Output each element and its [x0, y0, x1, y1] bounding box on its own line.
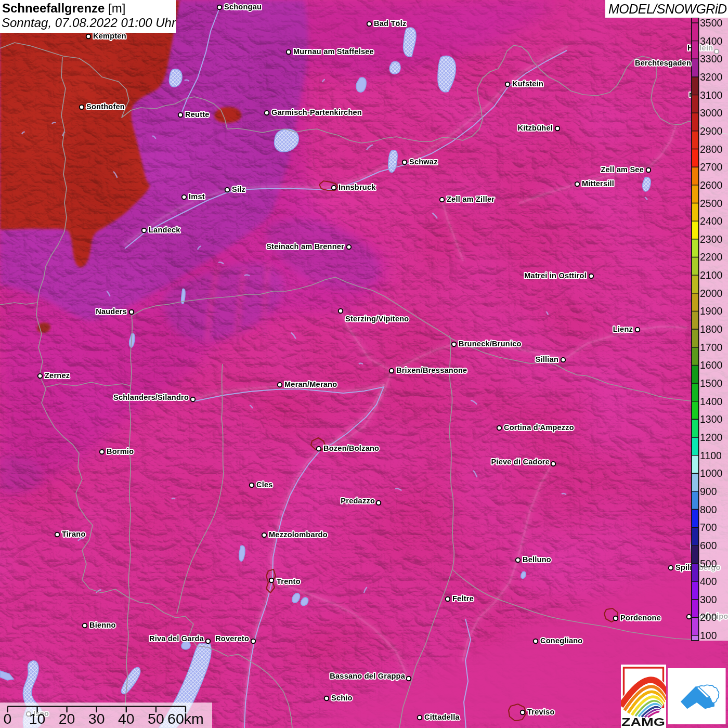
- svg-text:Schwaz: Schwaz: [409, 158, 438, 166]
- svg-text:Sillian: Sillian: [536, 355, 558, 363]
- svg-text:Mezzolombardo: Mezzolombardo: [269, 530, 328, 539]
- svg-text:Zernez: Zernez: [45, 371, 70, 380]
- svg-text:2000: 2000: [700, 288, 723, 299]
- svg-text:Kufstein: Kufstein: [512, 80, 543, 88]
- svg-text:Meran/Merano: Meran/Merano: [284, 380, 337, 388]
- svg-text:Pieve di Cadore: Pieve di Cadore: [491, 458, 550, 466]
- svg-text:3000: 3000: [700, 107, 723, 119]
- svg-text:Silz: Silz: [232, 185, 245, 193]
- svg-text:1200: 1200: [700, 432, 723, 443]
- svg-text:2400: 2400: [700, 215, 723, 227]
- svg-text:Nauders: Nauders: [96, 307, 127, 316]
- svg-text:Kempten: Kempten: [93, 32, 126, 40]
- svg-text:Belluno: Belluno: [523, 555, 551, 564]
- svg-text:900: 900: [700, 486, 717, 497]
- svg-text:1500: 1500: [700, 378, 723, 389]
- svg-text:Tirano: Tirano: [62, 530, 86, 538]
- svg-text:30: 30: [88, 710, 105, 727]
- svg-text:40: 40: [118, 710, 135, 727]
- svg-text:Sonntag, 07.08.2022 01:00 Uhr: Sonntag, 07.08.2022 01:00 Uhr: [2, 16, 176, 30]
- svg-text:2200: 2200: [700, 251, 723, 263]
- svg-text:Pordenone: Pordenone: [620, 614, 661, 622]
- svg-text:3300: 3300: [700, 53, 723, 64]
- svg-text:MODEL/SNOWGRiD: MODEL/SNOWGRiD: [608, 2, 727, 16]
- svg-text:Steinach am Brenner: Steinach am Brenner: [266, 242, 344, 251]
- svg-text:3100: 3100: [700, 89, 723, 101]
- svg-text:2600: 2600: [700, 179, 723, 191]
- svg-text:Brixen/Bressanone: Brixen/Bressanone: [396, 366, 467, 374]
- svg-text:Conegliano: Conegliano: [540, 636, 582, 645]
- svg-text:1300: 1300: [700, 413, 723, 425]
- svg-text:2700: 2700: [700, 161, 723, 173]
- svg-text:Zell am See: Zell am See: [601, 165, 644, 174]
- svg-text:600: 600: [700, 540, 717, 551]
- svg-text:Mittersill: Mittersill: [582, 179, 614, 188]
- svg-text:Predazzo: Predazzo: [341, 497, 375, 505]
- svg-text:Cles: Cles: [256, 480, 273, 489]
- svg-text:Zell am Ziller: Zell am Ziller: [447, 195, 495, 203]
- svg-text:1800: 1800: [700, 323, 723, 335]
- svg-text:Bozen/Bolzano: Bozen/Bolzano: [323, 444, 379, 452]
- svg-text:400: 400: [700, 576, 717, 587]
- svg-text:Bormio: Bormio: [107, 447, 134, 456]
- svg-text:Garmisch-Partenkirchen: Garmisch-Partenkirchen: [271, 108, 362, 116]
- svg-text:Cittadella: Cittadella: [424, 713, 460, 721]
- svg-text:Trento: Trento: [277, 577, 301, 586]
- svg-text:0: 0: [4, 710, 12, 727]
- svg-text:700: 700: [700, 522, 717, 533]
- svg-text:Reutte: Reutte: [185, 110, 210, 119]
- svg-text:ZAMG: ZAMG: [621, 716, 665, 728]
- svg-text:Lienz: Lienz: [613, 325, 633, 333]
- svg-text:50: 50: [148, 710, 164, 727]
- svg-text:3200: 3200: [700, 71, 723, 83]
- svg-text:Riva del Garda: Riva del Garda: [149, 634, 204, 643]
- svg-text:Schio: Schio: [331, 694, 353, 702]
- svg-text:1000: 1000: [700, 467, 723, 479]
- svg-text:Imst: Imst: [189, 192, 205, 201]
- svg-text:1400: 1400: [700, 396, 723, 407]
- svg-text:2500: 2500: [700, 198, 723, 209]
- svg-text:Sterzing/Vipiteno: Sterzing/Vipiteno: [345, 315, 409, 323]
- svg-text:Bienno: Bienno: [89, 621, 116, 629]
- svg-text:Matrei in Osttirol: Matrei in Osttirol: [524, 271, 587, 280]
- svg-text:1900: 1900: [700, 305, 723, 317]
- svg-text:Feltre: Feltre: [452, 594, 474, 603]
- svg-text:Schlanders/Silandro: Schlanders/Silandro: [113, 393, 189, 401]
- svg-text:1700: 1700: [700, 342, 723, 353]
- svg-text:20: 20: [59, 710, 75, 727]
- svg-text:Innsbruck: Innsbruck: [339, 183, 376, 191]
- svg-text:Treviso: Treviso: [527, 708, 555, 716]
- svg-text:800: 800: [700, 504, 717, 515]
- svg-text:60km: 60km: [167, 710, 204, 727]
- svg-text:2900: 2900: [700, 125, 723, 137]
- svg-text:Bad Tölz: Bad Tölz: [374, 19, 406, 28]
- svg-text:1100: 1100: [700, 450, 722, 461]
- svg-text:200: 200: [700, 612, 717, 623]
- svg-text:Sonthofen: Sonthofen: [86, 102, 125, 111]
- svg-text:Berchtesgaden: Berchtesgaden: [635, 59, 691, 67]
- svg-text:Schneefallgrenze [m]: Schneefallgrenze [m]: [2, 1, 125, 15]
- svg-text:Bruneck/Brunico: Bruneck/Brunico: [459, 340, 522, 348]
- svg-text:300: 300: [700, 594, 717, 605]
- svg-text:Rovereto: Rovereto: [215, 634, 249, 643]
- svg-text:Murnau am Staffelsee: Murnau am Staffelsee: [293, 47, 374, 56]
- svg-text:Cortina d'Ampezzo: Cortina d'Ampezzo: [504, 423, 574, 432]
- svg-text:2300: 2300: [700, 233, 723, 245]
- svg-text:2100: 2100: [700, 269, 723, 281]
- svg-text:2800: 2800: [700, 144, 723, 155]
- svg-text:Bassano del Grappa: Bassano del Grappa: [330, 672, 405, 680]
- svg-text:10: 10: [29, 710, 46, 727]
- svg-text:1600: 1600: [700, 359, 723, 371]
- svg-text:3400: 3400: [700, 35, 723, 47]
- svg-text:Kitzbühel: Kitzbühel: [518, 124, 553, 132]
- svg-text:Schongau: Schongau: [224, 3, 262, 11]
- svg-text:Landeck: Landeck: [149, 226, 180, 234]
- svg-text:100: 100: [700, 630, 717, 641]
- svg-text:3500: 3500: [700, 17, 723, 29]
- svg-text:500: 500: [700, 558, 717, 569]
